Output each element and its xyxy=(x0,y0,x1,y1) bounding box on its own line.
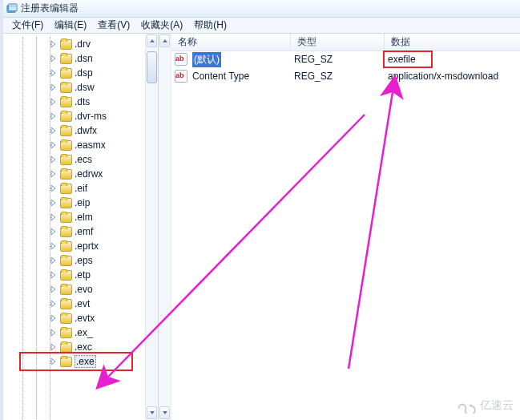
column-header-data[interactable]: 数据 xyxy=(385,34,520,50)
menu-favorites[interactable]: 收藏夹(A) xyxy=(135,17,188,34)
chevron-right-icon[interactable] xyxy=(50,170,58,178)
tree-node[interactable]: .ex_ xyxy=(3,325,158,340)
folder-icon xyxy=(60,328,72,338)
scroll-down-button[interactable] xyxy=(159,406,170,419)
listview-scrollbar[interactable] xyxy=(159,34,171,420)
tree-node[interactable]: .eps xyxy=(3,253,158,268)
tree-node[interactable]: .dvr-ms xyxy=(3,109,158,123)
listview-pane: 名称 类型 数据 (默认)REG_SZexefileContent TypeRE… xyxy=(159,34,520,420)
tree-node-label: .ex_ xyxy=(75,327,93,338)
chevron-right-icon[interactable] xyxy=(50,300,58,308)
tree-node[interactable]: .easmx xyxy=(3,138,158,152)
chevron-right-icon[interactable] xyxy=(50,285,58,293)
chevron-right-icon[interactable] xyxy=(50,199,58,207)
tree-node[interactable]: .evt xyxy=(3,297,158,311)
scroll-thumb[interactable] xyxy=(147,51,157,83)
chevron-right-icon[interactable] xyxy=(50,343,58,351)
chevron-right-icon[interactable] xyxy=(50,141,58,149)
tree-node[interactable]: .dwfx xyxy=(3,123,158,138)
tree-node[interactable]: .eif xyxy=(3,181,158,196)
chevron-right-icon[interactable] xyxy=(50,55,58,63)
menubar: 文件(F) 编辑(E) 查看(V) 收藏夹(A) 帮助(H) xyxy=(3,18,520,34)
scroll-track[interactable] xyxy=(159,48,171,406)
tree-node[interactable]: .dts xyxy=(3,95,158,109)
menu-file[interactable]: 文件(F) xyxy=(6,17,49,34)
tree-node-label: .etp xyxy=(75,269,91,281)
tree-node[interactable]: .exc xyxy=(3,340,158,354)
tree-node-label: .eps xyxy=(75,255,93,266)
window-title: 注册表编辑器 xyxy=(21,2,79,15)
folder-icon xyxy=(60,270,72,281)
menu-help[interactable]: 帮助(H) xyxy=(188,17,232,34)
svg-rect-2 xyxy=(10,5,15,6)
tree-node-label: .eprtx xyxy=(75,240,99,252)
folder-icon xyxy=(60,111,72,122)
folder-icon xyxy=(60,83,72,93)
folder-icon xyxy=(60,54,72,64)
tree-node-label: .easmx xyxy=(75,139,106,151)
chevron-right-icon[interactable] xyxy=(50,83,58,91)
chevron-right-icon[interactable] xyxy=(50,256,58,265)
tree-node[interactable]: .drv xyxy=(3,37,158,51)
folder-icon xyxy=(60,184,72,194)
tree-node[interactable]: .evtx xyxy=(3,311,158,325)
content-area: .drv.dsn.dsp.dsw.dts.dvr-ms.dwfx.easmx.e… xyxy=(3,34,520,420)
scroll-track[interactable] xyxy=(146,48,158,406)
folder-icon xyxy=(60,357,72,367)
chevron-right-icon[interactable] xyxy=(50,271,58,279)
scroll-up-button[interactable] xyxy=(147,34,157,47)
folder-icon xyxy=(60,198,72,208)
chevron-right-icon[interactable] xyxy=(50,40,58,48)
tree-node-label: .emf xyxy=(75,226,93,237)
tree-node[interactable]: .edrwx xyxy=(3,167,158,181)
chevron-right-icon[interactable] xyxy=(50,69,58,77)
chevron-right-icon[interactable] xyxy=(50,112,58,120)
scroll-down-button[interactable] xyxy=(147,406,157,419)
tree-node[interactable]: .etp xyxy=(3,268,158,282)
titlebar[interactable]: 注册表编辑器 xyxy=(3,0,520,18)
tree-node-label: .evtx xyxy=(75,313,95,324)
folder-icon xyxy=(60,313,72,324)
string-value-icon xyxy=(175,70,187,83)
folder-icon xyxy=(60,155,72,165)
chevron-right-icon[interactable] xyxy=(50,329,58,337)
tree-node[interactable]: .elm xyxy=(3,210,158,224)
listview-row[interactable]: (默认)REG_SZexefile xyxy=(171,51,520,68)
listview-row[interactable]: Content TypeREG_SZapplication/x-msdownlo… xyxy=(171,68,520,85)
chevron-right-icon[interactable] xyxy=(50,127,58,135)
tree-pane[interactable]: .drv.dsn.dsp.dsw.dts.dvr-ms.dwfx.easmx.e… xyxy=(3,34,159,420)
chevron-right-icon[interactable] xyxy=(50,155,58,164)
cell-type: REG_SZ xyxy=(291,54,385,65)
chevron-right-icon[interactable] xyxy=(50,357,58,365)
tree-node-label: .ecs xyxy=(75,154,92,165)
chevron-right-icon[interactable] xyxy=(50,228,58,236)
chevron-right-icon[interactable] xyxy=(50,184,58,192)
tree-node[interactable]: .eip xyxy=(3,196,158,210)
tree-scrollbar[interactable] xyxy=(145,34,158,420)
chevron-right-icon[interactable] xyxy=(50,213,58,221)
tree-node[interactable]: .dsw xyxy=(3,80,158,95)
tree-node[interactable]: .eprtx xyxy=(3,239,158,253)
tree-node[interactable]: .ecs xyxy=(3,152,158,167)
tree-node-label: .dwfx xyxy=(75,125,97,136)
menu-view[interactable]: 查看(V) xyxy=(92,17,135,34)
column-header-name[interactable]: 名称 xyxy=(171,34,291,50)
menu-edit[interactable]: 编辑(E) xyxy=(49,17,92,34)
tree-node[interactable]: .emf xyxy=(3,224,158,239)
tree-node-label: .edrwx xyxy=(75,168,103,180)
folder-icon xyxy=(60,212,72,223)
tree-node-label: .dts xyxy=(75,96,90,107)
tree-node[interactable]: .exe xyxy=(3,354,158,369)
cell-type: REG_SZ xyxy=(291,71,385,82)
chevron-right-icon[interactable] xyxy=(50,314,58,322)
tree-node[interactable]: .dsn xyxy=(3,51,158,66)
tree-node-label: .evo xyxy=(75,284,93,295)
chevron-right-icon[interactable] xyxy=(50,98,58,106)
tree-node[interactable]: .evo xyxy=(3,282,158,297)
tree-node[interactable]: .dsp xyxy=(3,66,158,80)
tree-node-label: .dsw xyxy=(75,82,95,93)
column-header-type[interactable]: 类型 xyxy=(291,34,385,50)
scroll-up-button[interactable] xyxy=(159,34,170,47)
chevron-right-icon[interactable] xyxy=(50,242,58,250)
tree-node-label: .exe xyxy=(75,355,96,368)
